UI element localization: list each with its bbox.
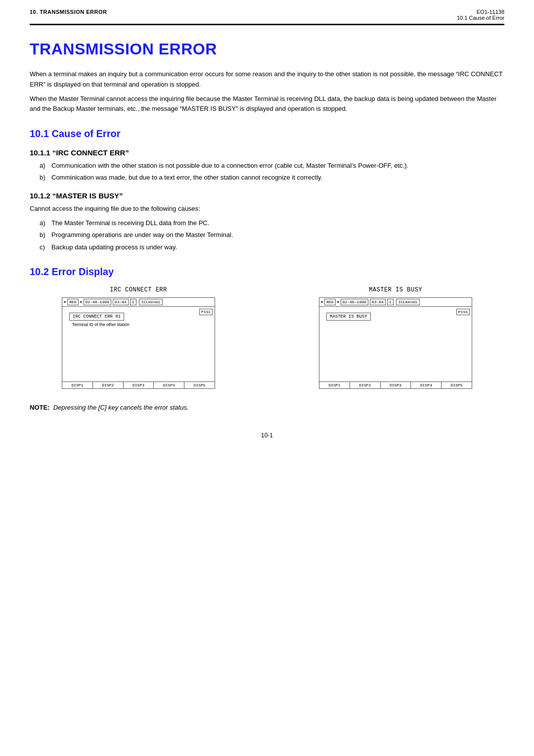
note-line: NOTE: Depressing the [C] key cancels the… bbox=[30, 403, 504, 413]
display-panels: IRC CONNECT ERR ● REG ● 02-06-1999 03:04… bbox=[30, 286, 504, 389]
num-seg-2: 1 bbox=[387, 299, 394, 305]
intro-para-1: When a terminal makes an inquiry but a c… bbox=[30, 69, 504, 90]
master-busy-panel: MASTER IS BUSY ● REG ● 02-06-1999 03:04 … bbox=[287, 286, 504, 389]
header-left-label: 10. TRANSMISSION ERROR bbox=[30, 9, 107, 15]
name-seg-2: ICLKend1 bbox=[396, 299, 420, 305]
panel-1-label: IRC CONNECT ERR bbox=[110, 286, 167, 293]
subsection-10-1-1-heading: 10.1.1 “IRC CONNECT ERR” bbox=[30, 148, 504, 157]
terminal-2-bottombar: DISP1 DISP2 DISP3 DISP4 DISP5 bbox=[319, 381, 472, 388]
time-seg-2: 03:04 bbox=[370, 299, 386, 305]
dot-icon: ● bbox=[64, 300, 66, 304]
section-10-2-heading: 10.2 Error Display bbox=[30, 266, 504, 278]
disp4-btn-2: DISP4 bbox=[411, 382, 442, 388]
time-seg: 03:04 bbox=[113, 299, 129, 305]
list-item: b) Comminication was made, but due to a … bbox=[40, 173, 504, 183]
list-label-b2: b) bbox=[40, 230, 47, 240]
subsection-10-1-2-heading: 10.1.2 “MASTER IS BUSY” bbox=[30, 191, 504, 200]
list-text-a: Communication with the other station is … bbox=[51, 161, 408, 171]
dot-icon-3: ● bbox=[321, 300, 323, 304]
name-seg: ICLKend1 bbox=[139, 299, 163, 305]
disp5-btn-1: DISP5 bbox=[184, 382, 215, 388]
page-header: 10. TRANSMISSION ERROR EO1-11138 10.1 Ca… bbox=[30, 0, 504, 24]
note-prefix: NOTE: bbox=[30, 404, 49, 411]
list-item: c) Backup data updating process is under… bbox=[40, 242, 504, 252]
terminal-screen-2: ● REG ● 02-06-1999 03:04 1 ICLKend1 P1S1… bbox=[319, 297, 472, 389]
terminal-2-content: MASTER IS BUSY bbox=[319, 307, 472, 371]
list-text-c2: Backup data updating process is under wa… bbox=[51, 242, 177, 252]
list-item: a) The Master Terminal is receiving DLL … bbox=[40, 218, 504, 228]
terminal-2-topbar: ● REG ● 02-06-1999 03:04 1 ICLKend1 bbox=[319, 298, 472, 307]
header-right: EO1-11138 10.1 Cause of Error bbox=[457, 9, 504, 21]
list-label-b: b) bbox=[40, 173, 47, 183]
disp1-btn-1: DISP1 bbox=[62, 382, 93, 388]
top-rule bbox=[30, 24, 504, 25]
note-text: Depressing the [C] key cancels the error… bbox=[53, 404, 189, 411]
section-ref: 10.1 Cause of Error bbox=[457, 15, 504, 21]
list-item: a) Communication with the other station … bbox=[40, 161, 504, 171]
list-text-b: Comminication was made, but due to a tex… bbox=[51, 173, 322, 183]
disp5-btn-2: DISP5 bbox=[442, 382, 472, 388]
irc-connect-err-panel: IRC CONNECT ERR ● REG ● 02-06-1999 03:04… bbox=[30, 286, 247, 389]
intro-para-2: When the Master Terminal cannot access t… bbox=[30, 94, 504, 115]
disp2-btn-1: DISP2 bbox=[93, 382, 124, 388]
section-10-1-heading: 10.1 Cause of Error bbox=[30, 128, 504, 140]
disp4-btn-1: DISP4 bbox=[154, 382, 184, 388]
date-seg: 02-06-1999 bbox=[84, 299, 111, 305]
master-busy-intro: Cannot access the inquiring file due to … bbox=[30, 204, 504, 214]
master-busy-msg-box: MASTER IS BUSY bbox=[326, 313, 371, 321]
terminal-screen-1: ● REG ● 02-06-1999 03:04 1 ICLKend1 P1S1… bbox=[62, 297, 215, 389]
terminal-1-bottombar: DISP1 DISP2 DISP3 DISP4 DISP5 bbox=[62, 381, 215, 388]
irc-connect-err-list: a) Communication with the other station … bbox=[40, 161, 504, 183]
dot-icon-2: ● bbox=[80, 300, 82, 304]
disp3-btn-2: DISP3 bbox=[381, 382, 411, 388]
doc-number: EO1-11138 bbox=[457, 9, 504, 15]
disp2-btn-2: DISP2 bbox=[350, 382, 381, 388]
date-seg-2: 02-06-1999 bbox=[341, 299, 368, 305]
reg-seg-2: REG bbox=[324, 299, 335, 305]
reg-seg: REG bbox=[67, 299, 78, 305]
list-text-a2: The Master Terminal is receiving DLL dat… bbox=[51, 218, 209, 228]
dot-icon-4: ● bbox=[337, 300, 339, 304]
panel-2-label: MASTER IS BUSY bbox=[369, 286, 422, 293]
list-label-a2: a) bbox=[40, 218, 47, 228]
disp3-btn-1: DISP3 bbox=[124, 382, 154, 388]
list-text-b2: Programming operations are under way on … bbox=[51, 230, 233, 240]
terminal-1-content: IRC CONNECT ERR 01 Terminal ID of the ot… bbox=[62, 307, 215, 371]
master-busy-list: a) The Master Terminal is receiving DLL … bbox=[40, 218, 504, 252]
list-item: b) Programming operations are under way … bbox=[40, 230, 504, 240]
num-seg: 1 bbox=[130, 299, 136, 305]
terminal-1-topbar: ● REG ● 02-06-1999 03:04 1 ICLKend1 bbox=[62, 298, 215, 307]
irc-err-msg-box: IRC CONNECT ERR 01 bbox=[69, 313, 124, 321]
list-label-c2: c) bbox=[40, 242, 47, 252]
terminal-annotation-1: Terminal ID of the other station bbox=[72, 322, 212, 327]
list-label-a: a) bbox=[40, 161, 47, 171]
disp1-btn-2: DISP1 bbox=[319, 382, 350, 388]
page-wrapper: 10. TRANSMISSION ERROR EO1-11138 10.1 Ca… bbox=[0, 0, 534, 756]
chapter-title: TRANSMISSION ERROR bbox=[30, 40, 504, 58]
page-number: 10-1 bbox=[30, 432, 504, 439]
